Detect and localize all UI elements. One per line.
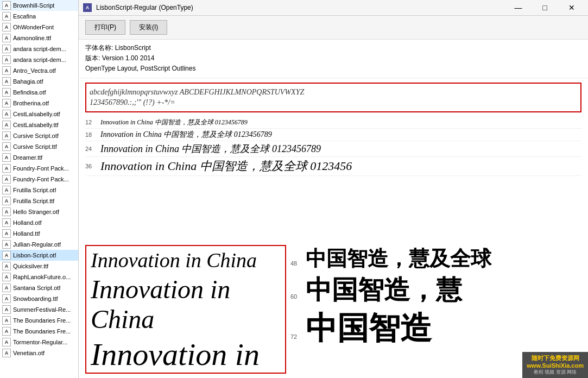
size-label: 24 (85, 146, 100, 152)
install-button[interactable]: 安装(I) (130, 20, 167, 35)
overflow-row: 72中国智造 (290, 307, 581, 350)
file-name: andara script-dem... (13, 46, 66, 52)
print-button[interactable]: 打印(P) (85, 20, 125, 35)
file-item[interactable]: ASnowboarding.ttf (0, 293, 78, 304)
file-name: Brownhill-Script (13, 2, 54, 9)
file-type-icon: A (2, 240, 11, 249)
file-name: CestLaIsabelly.ttf (13, 122, 59, 128)
file-item[interactable]: ABrotherina.otf (0, 98, 78, 109)
file-type-icon: A (2, 1, 11, 10)
file-item[interactable]: ASummerFestival-Re... (0, 304, 78, 315)
file-item[interactable]: ASantana Script.otf (0, 282, 78, 293)
large-script-text: Innovation in China (91, 336, 281, 374)
file-item[interactable]: AOhWonderFont (0, 22, 78, 33)
watermark-site: 随时下免费资源网 (527, 354, 584, 362)
watermark-desc: 教程 视频 资源 网络 (527, 369, 584, 376)
preview-row: 24Innovation in China 中国智造，慧及全球 01234567… (85, 141, 581, 157)
file-name: Hello Stranger.otf (13, 209, 59, 215)
font-version-label: 版本: (85, 54, 100, 62)
file-item[interactable]: AAamonoline.ttf (0, 33, 78, 43)
file-name: Lisbon-Script.otf (13, 252, 56, 259)
preview-row: 18Innovation in China 中国智造，慧及全球 01234567… (85, 129, 581, 141)
sample-text-box: abcdefghijklmnopqrstuvwxyz ABCDEFGHIJKLM… (85, 83, 581, 112)
file-item[interactable]: AHolland.otf (0, 217, 78, 228)
file-item[interactable]: AQuicksilver.ttf (0, 261, 78, 272)
title-bar: A LisbonScript-Regular (OpenType) — □ ✕ (79, 0, 588, 16)
file-name: Aamonoline.ttf (13, 35, 51, 41)
file-item[interactable]: AJullian-Regular.otf (0, 239, 78, 250)
large-preview-row: Innovation in China (91, 274, 281, 334)
font-preview-panel: A LisbonScript-Regular (OpenType) — □ ✕ … (79, 0, 588, 378)
file-type-icon: A (2, 66, 11, 75)
close-button[interactable]: ✕ (559, 2, 584, 13)
preview-text: Innovation in China 中国智造，慧及全球 0123456789 (100, 142, 321, 155)
file-item[interactable]: ATormentor-Regular... (0, 337, 78, 348)
maximize-button[interactable]: □ (533, 2, 557, 13)
file-name: Quicksilver.ttf (13, 263, 48, 269)
file-item[interactable]: ACursive Script.otf (0, 130, 78, 141)
file-list[interactable]: ABrownhill-ScriptAEscafinaAOhWonderFontA… (0, 0, 79, 378)
file-type-icon: A (2, 131, 11, 140)
file-type-icon: A (2, 77, 11, 86)
file-type-icon: A (2, 55, 11, 64)
font-type-value: OpenType Layout, PostScript Outlines (85, 65, 195, 72)
file-item[interactable]: AHolland.ttf (0, 228, 78, 239)
file-item[interactable]: AThe Boundaries Fre... (0, 315, 78, 326)
size-label: 36 (85, 163, 100, 169)
file-type-icon: A (2, 110, 11, 118)
file-type-icon: A (2, 34, 11, 42)
file-name: Bahagia.otf (13, 78, 43, 85)
file-item[interactable]: AHello Stranger.otf (0, 206, 78, 217)
file-type-icon: A (2, 327, 11, 336)
file-item[interactable]: AFrutilla Script.otf (0, 185, 78, 196)
file-item[interactable]: AEscafina (0, 11, 78, 22)
file-type-icon: A (2, 273, 11, 281)
file-type-icon: A (2, 349, 11, 357)
font-name-label: 字体名称: (85, 44, 113, 52)
file-item[interactable]: ACursive Script.ttf (0, 141, 78, 152)
file-item[interactable]: ABahagia.otf (0, 76, 78, 87)
file-item[interactable]: AFoundry-Font Pack... (0, 163, 78, 174)
file-type-icon: A (2, 218, 11, 227)
file-item[interactable]: AVenetian.otf (0, 348, 78, 358)
file-name: Cursive Script.ttf (13, 143, 57, 150)
preview-row: 36Innovation in China 中国智造，慧及全球 0123456 (85, 157, 581, 176)
file-type-icon: A (2, 45, 11, 53)
preview-container: 12Innovation in China 中国智造，慧及全球 01234567… (79, 117, 588, 245)
preview-text: Innovation in China 中国智造，慧及全球 0123456789 (100, 118, 248, 127)
window-title: LisbonScript-Regular (OpenType) (96, 4, 502, 11)
file-name: CestLaIsabelly.otf (13, 111, 60, 117)
overflow-row: 60中国智造，慧 (290, 273, 581, 307)
file-type-icon: A (2, 88, 11, 97)
file-type-icon: A (2, 23, 11, 32)
file-name: Frutilla Script.otf (13, 187, 56, 193)
file-item[interactable]: ACestLaIsabelly.otf (0, 109, 78, 119)
toolbar: 打印(P) 安装(I) (79, 16, 588, 40)
file-item[interactable]: Aandara script-dem... (0, 43, 78, 54)
file-item[interactable]: ALisbon-Script.otf (0, 250, 78, 261)
file-name: Jullian-Regular.otf (13, 241, 61, 248)
file-item[interactable]: AAntro_Vectra.otf (0, 65, 78, 76)
file-item[interactable]: ARaphLanokFuture.o... (0, 272, 78, 282)
file-type-icon: A (2, 12, 11, 21)
file-item[interactable]: AFrutilla Script.ttf (0, 196, 78, 206)
file-name: The Boundaries Fre... (13, 317, 71, 324)
file-name: Tormentor-Regular... (13, 339, 67, 345)
file-item[interactable]: Aandara script-dem... (0, 54, 78, 65)
file-name: Escafina (13, 13, 36, 20)
large-preview-row: Innovation in China (91, 336, 281, 374)
file-item[interactable]: AFoundry-Font Pack... (0, 174, 78, 185)
file-item[interactable]: ABefindisa.otf (0, 87, 78, 98)
file-item[interactable]: ABrownhill-Script (0, 0, 78, 11)
file-item[interactable]: ACestLaIsabelly.ttf (0, 119, 78, 130)
file-type-icon: A (2, 284, 11, 292)
overflow-chinese-text: 中国智造，慧及全球 (306, 245, 491, 273)
minimize-button[interactable]: — (506, 2, 530, 13)
file-name: Santana Script.otf (13, 285, 60, 291)
font-type-icon: A (83, 3, 92, 12)
file-item[interactable]: AThe Boundaries Fre... (0, 326, 78, 337)
file-item[interactable]: ADreamer.ttf (0, 152, 78, 163)
file-type-icon: A (2, 142, 11, 151)
overflow-chinese-text: 中国智造 (306, 307, 432, 350)
file-name: Frutilla Script.ttf (13, 198, 54, 204)
